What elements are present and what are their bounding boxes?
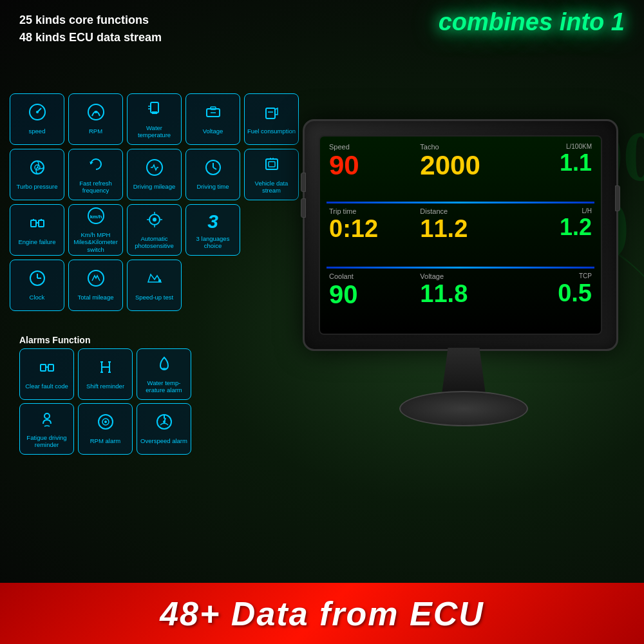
feature-voltage: Voltage: [185, 93, 240, 145]
screen-row-2: Trip time 0:12 Distance 11.2 L/H 1.2: [324, 205, 597, 265]
fuel-label: Fuel consumption: [247, 128, 296, 135]
feature-rpm: RPM: [68, 93, 123, 145]
fuel-icon: [263, 103, 281, 125]
clock-label: Clock: [30, 294, 45, 301]
rpm-icon: [87, 103, 105, 125]
water-temp-alarm-icon: [155, 355, 173, 377]
driving-time-icon: [204, 158, 222, 180]
feature-clock: Clock: [10, 260, 64, 311]
feature-count-line2: 48 kinds ECU data stream: [19, 29, 162, 46]
svg-text:km/h: km/h: [90, 214, 102, 220]
lh-value: 1.2: [511, 216, 592, 239]
fatigue-driving-icon: [38, 410, 56, 431]
fuel100-screen-value: 1.1: [511, 151, 592, 175]
screen-divider-2: [327, 267, 594, 269]
main-display: Speed 90 Tacho 2000 L/100KM 1.1: [303, 93, 625, 428]
feature-shift-reminder: Shift reminder: [78, 348, 133, 400]
feature-water-temp-alarm: Water temp-erature alarm: [137, 348, 191, 400]
auto-photo-icon: [146, 211, 164, 232]
feature-languages: 3 3 languages choice: [185, 204, 240, 256]
engine-failure-icon: [28, 214, 46, 236]
alarms-title: Alarms Function: [19, 335, 287, 345]
coolant-value: 90: [329, 281, 410, 307]
speedup-test-icon: [146, 269, 164, 291]
rpm-alarm-icon: [97, 413, 115, 435]
bottom-banner-text: 48+ Data from ECU: [160, 594, 484, 633]
rpm-label: RPM: [89, 128, 102, 135]
languages-label: 3 languages choice: [189, 235, 237, 250]
feature-fast-refresh: Fast refresh frequency: [68, 149, 123, 200]
feature-speedup-test: Speed-up test: [127, 260, 182, 311]
feature-auto-photo: Automatic photosensitive: [127, 204, 182, 256]
total-mileage-icon: [87, 269, 105, 291]
auto-photo-label: Automatic photosensitive: [130, 235, 178, 250]
vehicle-data-icon: [263, 155, 281, 177]
left-features: speed RPM Water temperature Voltage: [10, 93, 296, 315]
tcp-unit-label: TCP: [511, 272, 592, 279]
svg-rect-22: [266, 159, 278, 169]
feature-engine-failure: Engine failure: [10, 204, 64, 256]
shift-reminder-label: Shift reminder: [86, 383, 124, 390]
feature-vehicle-data: Vehicle data stream: [244, 149, 299, 200]
feature-total-mileage: Total mileage: [68, 260, 123, 311]
coolant-cell: Coolant 90: [324, 270, 415, 330]
speed-cell: Speed 90: [324, 140, 415, 200]
voltage-screen-label: Voltage: [420, 272, 500, 280]
turbo-icon: [28, 158, 46, 180]
svg-rect-39: [158, 279, 161, 282]
feature-fuel: Fuel consumption: [244, 93, 299, 145]
svg-point-55: [163, 421, 166, 423]
languages-icon: 3: [207, 211, 218, 232]
svg-point-4: [36, 111, 39, 113]
feature-driving-time: Driving time: [185, 149, 240, 200]
speed-screen-value: 90: [329, 152, 410, 179]
engine-failure-label: Engine failure: [18, 238, 55, 245]
svg-rect-27: [39, 220, 44, 227]
alarms-row-1: Clear fault code Shift reminder Water te…: [19, 348, 287, 400]
voltage-label: Voltage: [203, 128, 223, 135]
water-temp-alarm-label: Water temp-erature alarm: [140, 379, 188, 394]
fatigue-driving-label: Fatigue driving reminder: [23, 434, 71, 449]
kmh-mph-icon: km/h: [87, 207, 105, 229]
top-left-text: 25 kinds core functions 48 kinds ECU dat…: [19, 12, 162, 46]
trip-time-value: 0:12: [329, 216, 410, 241]
clock-icon: [28, 269, 46, 291]
shift-reminder-icon: [97, 358, 115, 380]
overspeed-alarm-label: Overspeed alarm: [140, 437, 187, 444]
alarms-rows: Clear fault code Shift reminder Water te…: [19, 348, 287, 455]
driving-time-label: Driving time: [196, 183, 229, 190]
alarms-section: Alarms Function Clear fault code Shift r…: [10, 335, 296, 455]
feature-row-2: Turbo pressure Fast refresh frequency Dr…: [10, 149, 296, 200]
main-content: 25 kinds core functions 48 kinds ECU dat…: [0, 0, 644, 644]
water-temp-label: Water temperature: [130, 124, 178, 139]
screen-divider-1: [327, 202, 594, 204]
device-screen: Speed 90 Tacho 2000 L/100KM 1.1: [319, 135, 602, 335]
svg-point-50: [44, 413, 50, 419]
feature-rpm-alarm: RPM alarm: [78, 403, 133, 455]
feature-kmh-mph: km/h Km/h MPH Miles&Kilometer switch: [68, 204, 123, 256]
svg-rect-7: [151, 102, 158, 113]
svg-point-6: [95, 111, 97, 113]
tcp-value: 0.5: [511, 281, 592, 305]
svg-rect-40: [41, 365, 46, 371]
speed-label: speed: [29, 128, 46, 135]
device-casing: Speed 90 Tacho 2000 L/100KM 1.1: [303, 119, 618, 351]
kmh-mph-label: Km/h MPH Miles&Kilometer switch: [71, 231, 120, 253]
feature-water-temp: Water temperature: [127, 93, 182, 145]
feature-clear-fault: Clear fault code: [19, 348, 74, 400]
trip-time-cell: Trip time 0:12: [324, 205, 415, 265]
water-temp-icon: [146, 100, 164, 122]
clear-fault-icon: [38, 358, 56, 380]
voltage-icon: [204, 103, 222, 125]
svg-line-21: [213, 167, 216, 169]
tacho-cell: Tacho 2000: [415, 140, 506, 200]
speed-icon: [28, 103, 46, 125]
lh-cell: L/H 1.2: [506, 205, 597, 265]
overspeed-alarm-icon: [155, 413, 173, 435]
distance-value: 11.2: [420, 216, 500, 241]
tacho-screen-value: 2000: [420, 152, 500, 179]
svg-point-53: [104, 421, 107, 423]
driving-mileage-icon: [146, 158, 164, 180]
voltage-screen-cell: Voltage 11.8: [415, 270, 506, 330]
distance-label: Distance: [420, 207, 500, 215]
